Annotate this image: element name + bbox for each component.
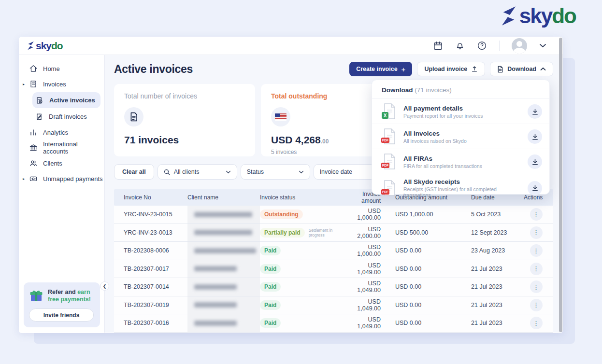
sidebar-item-unmapped-payments[interactable]: ▸ Unmapped payments: [19, 171, 104, 186]
invoice-no: TB-202308-0006: [114, 247, 187, 254]
download-icon[interactable]: [528, 181, 542, 196]
invoice-amount: USD 1,049.00: [347, 262, 395, 276]
calendar-icon[interactable]: [433, 41, 443, 51]
row-actions-kebab-icon[interactable]: ⋮: [530, 280, 543, 293]
document-icon: [497, 66, 503, 73]
menu-item-all-firas[interactable]: PDF All FIRAs FIRA for all completed tra…: [372, 149, 549, 174]
table-row[interactable]: TB-202307-0016 Paid USD 1,049.00 USD 0.0…: [114, 314, 553, 333]
client-name-redacted: [187, 242, 260, 260]
table-row[interactable]: YRC-INV-23-0013 Partially paid Settlemen…: [114, 224, 553, 242]
invoice-no: YRC-INV-23-0013: [114, 229, 187, 236]
upload-invoice-button[interactable]: Upload invoice: [417, 62, 485, 76]
due-date: 5 Oct 2023: [471, 211, 519, 218]
search-icon: [164, 169, 170, 175]
clear-all-button[interactable]: Clear all: [114, 164, 154, 180]
status-badge: Paid: [260, 264, 281, 274]
clients-filter-dropdown[interactable]: All clients: [158, 164, 237, 180]
chevron-down-icon: [226, 170, 231, 174]
sidebar-item-clients[interactable]: Clients: [19, 155, 104, 171]
row-actions-kebab-icon[interactable]: ⋮: [530, 299, 543, 311]
sidebar-item-active-invoices[interactable]: Active invoices: [32, 92, 100, 108]
home-icon: [29, 64, 38, 73]
status-filter-dropdown[interactable]: Status: [241, 164, 310, 180]
sidebar-item-international-accounts[interactable]: International accounts: [19, 140, 104, 155]
table-row[interactable]: TB-202307-0019 Paid USD 1,049.00 USD 0.0…: [114, 296, 553, 315]
row-actions-kebab-icon[interactable]: ⋮: [530, 208, 543, 221]
svg-text:PDF: PDF: [382, 190, 388, 194]
clients-icon: [29, 159, 38, 168]
download-button[interactable]: Download: [490, 62, 553, 76]
invoice-amount: USD 1,049.00: [347, 280, 395, 294]
menu-item-subtitle: Receipts (GST invoices) for all complete…: [403, 186, 521, 198]
download-menu-header: Download (71 invoices): [372, 80, 549, 99]
skydo-watermark-logo: skydo: [501, 4, 576, 28]
refer-text: Refer and earn free payments!: [48, 289, 95, 303]
skydo-logo[interactable]: skydo: [27, 40, 63, 52]
notifications-bell-icon[interactable]: [455, 41, 465, 51]
skydo-wordmark: skydo: [36, 40, 63, 52]
status-badge: Outstanding: [260, 210, 303, 219]
draft-invoices-icon: [35, 112, 43, 121]
row-actions-kebab-icon[interactable]: ⋮: [530, 317, 543, 329]
invoice-no: TB-202307-0019: [114, 302, 187, 308]
invoice-amount: USD 2,000.00: [347, 226, 395, 239]
sidebar-collapse-button[interactable]: ❮: [100, 281, 109, 291]
sidebar-item-invoices[interactable]: ▸ Invoices: [19, 76, 104, 92]
vertical-scrollbar[interactable]: [559, 38, 562, 332]
sidebar-item-draft-invoices[interactable]: Draft invoices: [19, 109, 104, 125]
chevron-up-icon: [540, 67, 546, 71]
account-chevron-down-icon[interactable]: [539, 43, 546, 48]
create-invoice-button[interactable]: Create invoice+: [349, 62, 412, 76]
status-badge: Paid: [260, 246, 281, 255]
sidebar-item-label: Clients: [43, 160, 62, 167]
table-row[interactable]: TB-202308-0006 Paid USD 1,000.00 USD 0.0…: [114, 242, 553, 260]
download-icon[interactable]: [528, 104, 542, 119]
caret-icon: ▸: [23, 82, 25, 86]
sidebar-item-label: Invoices: [43, 81, 66, 88]
menu-item-title: All FIRAs: [403, 155, 482, 162]
svg-text:PDF: PDF: [382, 164, 388, 167]
invoice-no: TB-202307-0016: [114, 320, 187, 326]
table-row[interactable]: TB-202307-0017 Paid USD 1,049.00 USD 0.0…: [114, 260, 553, 279]
row-actions-kebab-icon[interactable]: ⋮: [530, 226, 543, 239]
pdf-file-icon: PDF: [381, 180, 397, 197]
invoice-no: TB-202307-0017: [114, 266, 187, 272]
outstanding-amount: USD 0.00: [395, 302, 471, 308]
user-avatar[interactable]: [512, 38, 527, 54]
invoice-amount: USD 1,049.00: [347, 298, 395, 312]
bank-icon: [29, 143, 38, 152]
outstanding-amount: USD 0.00: [395, 320, 471, 326]
download-icon[interactable]: [528, 129, 542, 144]
topbar: skydo: [19, 37, 563, 55]
due-date: 12 Sept 2023: [471, 229, 519, 236]
invoices-icon: [29, 80, 38, 88]
total-invoices-card: Total number of invoices 71 invoices: [114, 84, 255, 156]
outstanding-amount: USD 500.00: [395, 229, 471, 236]
topbar-divider: [499, 41, 500, 51]
menu-item-all-payment-details[interactable]: X All payment details Payment report for…: [372, 99, 549, 124]
table-row[interactable]: TB-202307-0014 Paid USD 1,049.00 USD 0.0…: [114, 278, 553, 296]
sidebar: Home ▸ Invoices Active invoic: [19, 55, 105, 333]
outstanding-amount: USD 0.00: [395, 247, 471, 254]
column-header: Invoice status: [260, 194, 347, 201]
plus-icon: +: [401, 65, 406, 73]
status-badge: Paid: [260, 300, 281, 310]
menu-item-all-skydo-receipts[interactable]: PDF All Skydo receipts Receipts (GST inv…: [372, 174, 549, 201]
invite-friends-button[interactable]: Invite friends: [29, 308, 94, 322]
client-name-redacted: [187, 278, 260, 296]
download-icon[interactable]: [528, 154, 542, 169]
status-badge: Partially paid: [260, 228, 305, 238]
help-icon[interactable]: [477, 41, 487, 51]
sidebar-item-analytics[interactable]: Analytics: [19, 125, 104, 140]
sidebar-item-label: International accounts: [43, 140, 104, 155]
client-name-redacted: [187, 206, 260, 224]
client-name-redacted: [187, 224, 260, 242]
row-actions-kebab-icon[interactable]: ⋮: [530, 263, 543, 275]
sidebar-item-home[interactable]: Home: [19, 61, 104, 76]
status-note: Settlement in progress: [309, 228, 335, 238]
sidebar-item-label: Draft invoices: [49, 113, 87, 120]
row-actions-kebab-icon[interactable]: ⋮: [530, 244, 543, 257]
table-row[interactable]: YRC-INV-23-0015 Outstanding USD 1,000.00…: [114, 206, 553, 224]
menu-item-all-invoices[interactable]: PDF All invoices All invoices raised on …: [372, 124, 549, 149]
menu-item-subtitle: All invoices raised on Skydo: [403, 138, 467, 144]
